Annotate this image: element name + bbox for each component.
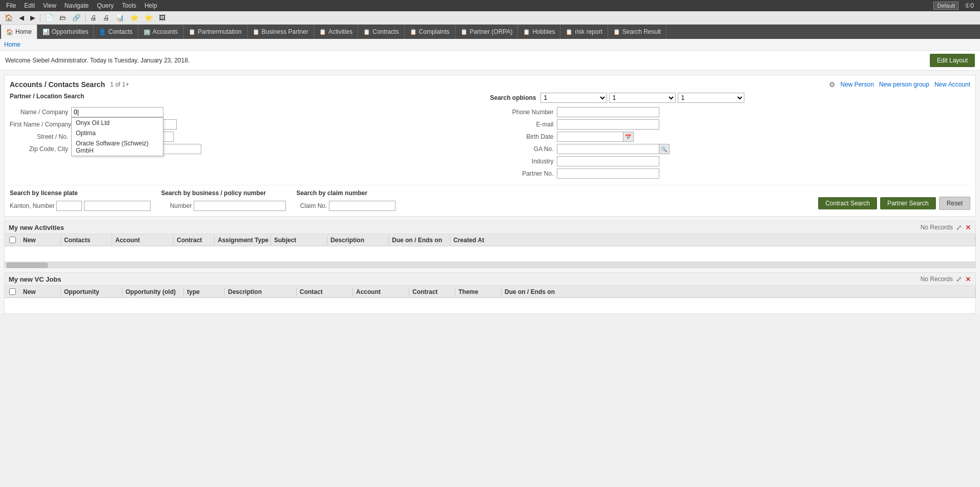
tab-search-result[interactable]: 📋 Search Result xyxy=(608,25,666,39)
menu-help[interactable]: Help xyxy=(140,0,161,11)
activities-scroll-thumb[interactable] xyxy=(7,263,48,268)
tab-partner-orpa[interactable]: 📋 Partner (ORPA) xyxy=(455,25,518,39)
birth-date-picker-btn[interactable]: 📅 xyxy=(623,132,634,142)
toolbar-new[interactable]: 📄 xyxy=(43,12,56,23)
search-options-dropdown1[interactable]: 123 xyxy=(540,93,607,103)
toolbar-home[interactable]: 🏠 xyxy=(2,12,15,23)
hobbies-icon: 📋 xyxy=(523,29,530,35)
activities-expand-btn[interactable]: ⤢ xyxy=(956,223,962,231)
toolbar-print2[interactable]: 🖨 xyxy=(100,12,112,23)
activities-scrollbar[interactable] xyxy=(5,262,975,268)
activities-close-btn[interactable]: ✕ xyxy=(965,223,971,231)
toolbar-forward[interactable]: ▶ xyxy=(28,12,38,23)
phone-input[interactable] xyxy=(557,107,659,117)
toolbar-back[interactable]: ◀ xyxy=(16,12,27,23)
ga-no-picker-btn[interactable]: 🔍 xyxy=(659,144,670,154)
tab-opportunities[interactable]: 📊 Opportunities xyxy=(37,25,94,39)
industry-row: Industry xyxy=(495,156,971,166)
kanton-row: Kanton, Number xyxy=(10,201,151,211)
tab-accounts[interactable]: 🏢 Accounts xyxy=(138,25,183,39)
birth-date-label: Birth Date xyxy=(495,133,557,140)
menu-edit[interactable]: Edit xyxy=(20,0,39,11)
name-company-input[interactable] xyxy=(71,107,163,117)
menu-bar: File Edit View Navigate Query Tools Help… xyxy=(0,0,980,11)
new-person-link[interactable]: New Person xyxy=(841,81,874,88)
edit-layout-button[interactable]: Edit Layout xyxy=(930,54,975,67)
license-plate-group: Search by license plate Kanton, Number xyxy=(10,189,151,211)
activities-th-contacts: Contacts xyxy=(61,235,112,245)
autocomplete-item-onyx[interactable]: Onyx Oil Ltd xyxy=(72,118,163,128)
toolbar-star[interactable]: ⭐ xyxy=(128,12,141,23)
activities-no-records: No Records xyxy=(921,224,953,231)
activities-icon: 📋 xyxy=(319,29,326,35)
tab-contacts[interactable]: 👤 Contacts xyxy=(94,25,138,39)
business-number-input[interactable] xyxy=(194,201,286,211)
menu-view[interactable]: View xyxy=(39,0,60,11)
search-section: Accounts / Contacts Search 1 of 1+ ⚙ New… xyxy=(4,75,976,217)
toolbar-star2[interactable]: ⭐ xyxy=(142,12,155,23)
search-options-dropdown3[interactable]: 123 xyxy=(678,93,744,103)
claim-no-label: Claim No. xyxy=(296,202,327,209)
new-account-link[interactable]: New Account xyxy=(934,81,970,88)
toolbar-open[interactable]: 🗁 xyxy=(57,12,69,23)
business-number-row: Number xyxy=(161,201,286,211)
partner-search-button[interactable]: Partner Search xyxy=(880,197,936,209)
zip-city-label: Zip Code, City xyxy=(10,145,71,153)
default-dropdown[interactable]: Default xyxy=(933,2,958,10)
tab-hobbies[interactable]: 📋 Hobbies xyxy=(518,25,560,39)
menu-file[interactable]: File xyxy=(2,0,20,11)
vc-jobs-th-new: New xyxy=(20,287,61,297)
tab-partnermutation[interactable]: 📋 Partnermutation xyxy=(183,25,247,39)
kanton-label: Kanton, Number xyxy=(10,202,54,209)
activities-th-assignment-type: Assignment Type xyxy=(215,235,271,245)
toolbar-chart[interactable]: 📊 xyxy=(113,12,127,23)
birth-date-input[interactable] xyxy=(557,132,623,142)
vc-jobs-th-opportunity-old: Opportunity (old) xyxy=(122,287,184,297)
kanton-input[interactable] xyxy=(56,201,82,211)
email-row: E-mail xyxy=(495,119,971,130)
claim-no-input[interactable] xyxy=(329,201,395,211)
reset-button[interactable]: Reset xyxy=(939,197,970,210)
autocomplete-item-optima[interactable]: Optima xyxy=(72,128,163,138)
email-label: E-mail xyxy=(495,121,557,128)
vc-jobs-close-btn[interactable]: ✕ xyxy=(965,275,971,283)
toolbar-print[interactable]: 🖨 xyxy=(88,12,99,23)
toolbar-sep-2 xyxy=(85,14,86,22)
toolbar-image[interactable]: 🖼 xyxy=(156,12,168,23)
ga-no-input[interactable] xyxy=(557,144,659,154)
partner-no-input[interactable] xyxy=(557,168,659,179)
name-company-wrapper: Onyx Oil Ltd Optima Oracle Software (Sch… xyxy=(71,107,163,117)
email-input[interactable] xyxy=(557,119,659,130)
menu-tools[interactable]: Tools xyxy=(118,0,140,11)
industry-input[interactable] xyxy=(557,156,659,166)
menu-navigate[interactable]: Navigate xyxy=(60,0,93,11)
tab-business-partner[interactable]: 📋 Business Partner xyxy=(247,25,314,39)
contacts-icon: 👤 xyxy=(99,29,106,35)
contract-search-button[interactable]: Contract Search xyxy=(818,197,877,209)
vc-jobs-select-all[interactable] xyxy=(9,288,16,295)
claim-no-row: Claim No. xyxy=(296,201,395,211)
tab-risk-report[interactable]: 📋 risk report xyxy=(560,25,608,39)
nav-tabs: 🏠 Home 📊 Opportunities 👤 Contacts 🏢 Acco… xyxy=(0,25,980,39)
gear-icon[interactable]: ⚙ xyxy=(829,80,836,89)
menu-query[interactable]: Query xyxy=(93,0,118,11)
vc-jobs-controls: No Records ⤢ ✕ xyxy=(921,275,971,283)
risk-report-icon: 📋 xyxy=(566,29,573,35)
vc-jobs-th-theme: Theme xyxy=(455,287,502,297)
main-content: Welcome Siebel Administrator. Today is T… xyxy=(0,51,980,314)
tab-contracts[interactable]: 📋 Contracts xyxy=(358,25,404,39)
new-person-group-link[interactable]: New person group xyxy=(879,81,929,88)
tab-activities[interactable]: 📋 Activities xyxy=(314,25,358,39)
tab-home[interactable]: 🏠 Home xyxy=(1,25,37,39)
search-options-dropdown2[interactable]: 123 xyxy=(609,93,676,103)
vc-jobs-expand-btn[interactable]: ⤢ xyxy=(956,275,962,283)
toolbar-link[interactable]: 🔗 xyxy=(70,12,83,23)
autocomplete-item-oracle[interactable]: Oracle Software (Schweiz) GmbH xyxy=(72,138,163,156)
tab-complaints[interactable]: 📋 Complaints xyxy=(405,25,455,39)
activities-th-description: Description xyxy=(327,235,389,245)
license-number-input[interactable] xyxy=(84,201,151,211)
vc-jobs-title: My new VC Jobs xyxy=(9,276,61,283)
vc-jobs-empty-row xyxy=(5,298,975,313)
activities-select-all[interactable] xyxy=(9,237,16,243)
business-policy-title: Search by business / policy number xyxy=(161,189,286,197)
